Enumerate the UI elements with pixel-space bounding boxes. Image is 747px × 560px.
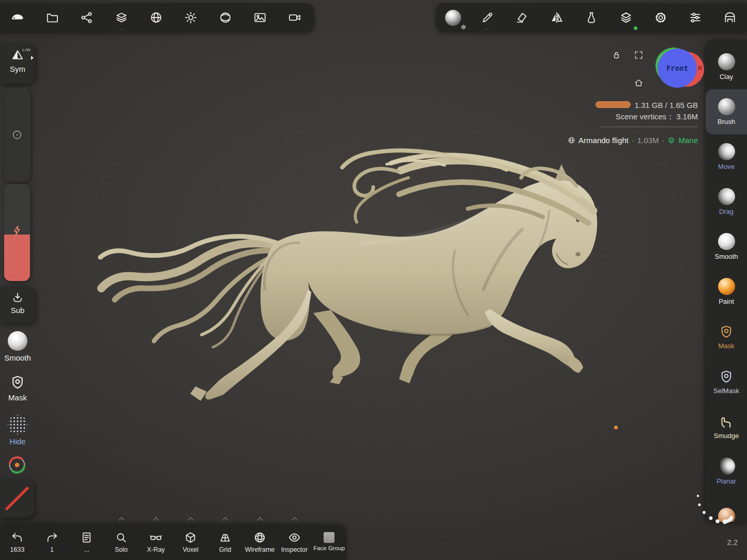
scene-graph-button[interactable] (69, 3, 104, 32)
expand-icon (634, 50, 644, 60)
tool-item-selmask[interactable]: SelMask (706, 359, 747, 404)
sub-label: Sub (11, 306, 25, 315)
brush-sphere-icon (718, 98, 735, 115)
camera-record-button[interactable] (277, 3, 312, 32)
dot-separator: · (632, 136, 634, 145)
gear-icon (654, 11, 667, 24)
home-icon (634, 78, 644, 88)
hide-label: Hide (10, 437, 26, 446)
intensity-bolt-icon (11, 224, 23, 237)
sub-add-card[interactable]: Sub (0, 286, 35, 323)
tool-label: Clay (720, 73, 733, 81)
lathe-button[interactable] (574, 3, 609, 32)
wire-sphere-icon (253, 531, 266, 544)
stamp-icon (515, 11, 529, 24)
chevron-right-icon (31, 56, 34, 60)
facegroup-toggle[interactable]: Face Group (312, 525, 346, 560)
home-view-button[interactable] (634, 78, 644, 88)
tool-item-mask[interactable]: Mask (706, 314, 747, 359)
more-indicator: ··· (484, 26, 491, 32)
smudge-finger-icon (719, 414, 734, 429)
solo-toggle[interactable]: Solo (104, 525, 139, 560)
orientation-gizmo[interactable]: Front R (655, 48, 705, 93)
settings-button[interactable] (643, 3, 678, 32)
move-sphere-icon (718, 143, 735, 160)
tool-item-smooth[interactable]: Smooth (706, 224, 747, 269)
magnifier-icon (115, 531, 128, 544)
camera-lock-button[interactable] (612, 50, 621, 60)
tool-item-brush[interactable]: Brush (706, 89, 747, 134)
video-camera-icon (288, 11, 301, 24)
tool-label: SelMask (713, 387, 739, 395)
active-object-row[interactable]: Armando flight · 1.03M · Mane (465, 136, 698, 145)
red-slash-icon (4, 484, 31, 513)
smooth-shortcut[interactable]: Smooth (0, 331, 35, 362)
layers-button[interactable] (608, 3, 643, 32)
sun-icon (184, 11, 197, 24)
inspector-label: Inspector (281, 546, 308, 553)
tool-item-move[interactable]: Move (706, 134, 747, 179)
material-gear-icon (460, 24, 467, 30)
kiln-icon (723, 11, 737, 24)
symmetry-button[interactable] (540, 3, 574, 32)
tool-label: Move (718, 163, 735, 170)
hide-shortcut[interactable]: Hide (0, 415, 35, 446)
tool-item-smudge[interactable]: Smudge (706, 404, 747, 449)
environment-button[interactable] (208, 3, 242, 32)
stamp-button[interactable] (505, 3, 540, 32)
tool-label: Planar (716, 477, 736, 485)
symmetry-toggle-card[interactable]: L/W Sym (0, 43, 35, 84)
fullscreen-button[interactable] (634, 50, 644, 60)
tool-item-planar[interactable]: Planar (706, 449, 747, 494)
tool-label: Smooth (715, 253, 738, 260)
cube-icon (184, 531, 197, 544)
app-menu-button[interactable] (0, 3, 35, 32)
xray-label: X-Ray (147, 546, 165, 553)
gizmo-shortcut[interactable] (7, 455, 27, 477)
intensity-slider[interactable] (4, 184, 30, 281)
tool-item-drag[interactable]: Drag (706, 179, 747, 224)
stroke-button[interactable]: ··· (470, 3, 505, 32)
xray-toggle[interactable]: X-Ray (139, 525, 173, 560)
tool-label: Drag (719, 208, 734, 215)
history-pages-button[interactable]: ... (69, 525, 104, 560)
topology-button[interactable]: ··· (104, 3, 139, 32)
horse-tail (100, 237, 279, 347)
corner-menu-handle[interactable] (691, 488, 733, 525)
topology-bake-icon (115, 11, 128, 24)
mesh-globe-button[interactable] (139, 3, 173, 32)
disable-tool-card[interactable] (0, 479, 34, 518)
voxel-toggle[interactable]: Voxel (173, 525, 208, 560)
shield-mask-icon (719, 324, 734, 339)
symmetry-mirror-icon (550, 11, 563, 24)
dot-separator: · (662, 136, 664, 145)
radius-slider[interactable] (4, 88, 30, 182)
undo-button[interactable]: 1633 (0, 525, 35, 560)
redo-button[interactable]: 1 (35, 525, 69, 560)
filters-button[interactable] (678, 3, 712, 32)
lighting-button[interactable] (173, 3, 208, 32)
tool-label: Brush (718, 118, 735, 126)
tool-item-paint[interactable]: Paint (706, 269, 747, 314)
symmetry-label: Sym (10, 65, 25, 73)
layers-icon (619, 11, 633, 24)
grid-toggle[interactable]: Grid (208, 525, 242, 560)
eye-icon (288, 531, 301, 544)
memory-usage-bar (596, 101, 631, 108)
tool-item-clay[interactable]: Clay (706, 44, 747, 89)
grid-plane-icon (219, 531, 232, 544)
tool-label: Paint (719, 298, 734, 305)
download-sub-icon (11, 291, 24, 304)
material-button[interactable] (436, 3, 470, 32)
halftone-hide-icon (8, 415, 27, 434)
planar-sphere-icon (718, 458, 735, 475)
material-sphere-icon (445, 10, 461, 26)
notepad-icon (80, 531, 93, 544)
inspector-toggle[interactable]: Inspector (277, 525, 312, 560)
image-export-button[interactable] (242, 3, 277, 32)
project-button[interactable] (712, 3, 747, 32)
scene-graph-icon (80, 11, 94, 24)
files-button[interactable] (35, 3, 69, 32)
wireframe-toggle[interactable]: Wireframe (242, 525, 277, 560)
mask-shortcut[interactable]: Mask (0, 374, 35, 402)
